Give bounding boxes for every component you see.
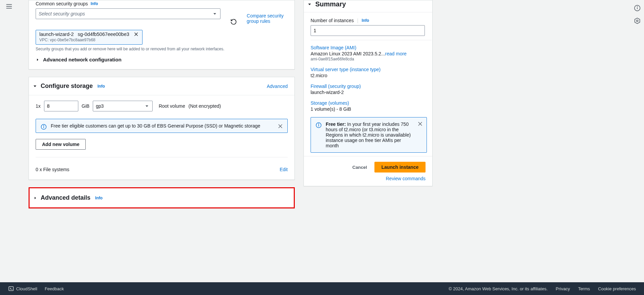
advanced-network-label: Advanced network configuration [43, 57, 121, 62]
encryption-label: (Not encrypted) [189, 103, 221, 109]
summary-scroll-area[interactable]: Number of instances | Info Software Imag… [304, 12, 432, 156]
copyright-text: © 2024, Amazon Web Services, Inc. or its… [449, 286, 548, 291]
advanced-details-info-link[interactable]: Info [95, 196, 103, 200]
file-systems-edit-link[interactable]: Edit [280, 167, 288, 172]
volume-count: 1x [36, 103, 41, 109]
file-systems-label: 0 x File systems [36, 167, 69, 172]
summary-heading-toggle[interactable]: Summary [307, 0, 426, 8]
caret-down-icon [307, 2, 312, 7]
storage-info-link[interactable]: Info [97, 84, 105, 89]
sg-helper-text: Security groups that you add or remove h… [36, 47, 288, 51]
svg-marker-8 [213, 13, 216, 15]
sg-chip-name: launch-wizard-2 [39, 32, 74, 37]
security-group-chip: launch-wizard-2 sg-0d4fb5067eee00be3 VPC… [36, 30, 143, 45]
ami-value: Amazon Linux 2023 AMI 2023.5.2... [311, 51, 385, 56]
terms-link[interactable]: Terms [578, 286, 590, 291]
svg-point-23 [318, 124, 319, 124]
footer-bar: CloudShell Feedback © 2024, Amazon Web S… [0, 282, 644, 295]
remove-sg-icon[interactable] [133, 32, 139, 37]
svg-marker-13 [146, 105, 148, 107]
firewall-link[interactable]: Firewall (security group) [311, 84, 432, 89]
cloudshell-link[interactable]: CloudShell [16, 286, 37, 291]
refresh-button[interactable] [229, 16, 239, 27]
ami-id: ami-0ae8f15ae66fe8cda [311, 57, 432, 61]
sg-chip-vpc: VPC: vpc-0be5e7bc8aae97b68 [39, 38, 139, 42]
summary-free-tier-info: Free tier: In your first year includes 7… [311, 117, 427, 153]
review-commands-link[interactable]: Review commands [311, 176, 426, 181]
storage-heading-toggle[interactable]: Configure storage [33, 83, 93, 90]
instance-type-value: t2.micro [311, 73, 432, 78]
launch-instance-button[interactable]: Launch instance [374, 162, 426, 173]
storage-value: 1 volume(s) - 8 GiB [311, 106, 432, 112]
feedback-link[interactable]: Feedback [45, 286, 64, 291]
svg-marker-20 [308, 3, 311, 5]
storage-free-tier-info: Free tier eligible customers can get up … [36, 119, 288, 133]
close-info-icon[interactable] [277, 123, 283, 129]
menu-toggle-icon[interactable] [5, 3, 13, 10]
svg-marker-11 [37, 58, 38, 61]
firewall-value: launch-wizard-2 [311, 90, 432, 95]
svg-point-16 [43, 126, 44, 126]
storage-link[interactable]: Storage (volumes) [311, 100, 432, 106]
advanced-network-toggle[interactable]: Advanced network configuration [36, 51, 288, 63]
summary-panel: Summary Number of instances | Info Softw… [304, 0, 433, 186]
svg-marker-12 [34, 85, 36, 87]
cookie-prefs-link[interactable]: Cookie preferences [598, 286, 636, 291]
common-sg-label: Common security groups [36, 1, 88, 6]
storage-advanced-link[interactable]: Advanced [267, 84, 288, 89]
cancel-button[interactable]: Cancel [352, 165, 367, 170]
add-volume-button[interactable]: Add new volume [36, 139, 86, 150]
volume-type-value: gp3 [96, 103, 104, 109]
common-sg-info-link[interactable]: Info [91, 1, 98, 6]
privacy-link[interactable]: Privacy [556, 286, 570, 291]
caret-down-icon [33, 84, 37, 89]
security-groups-select[interactable]: Select security groups [36, 8, 220, 19]
caret-right-icon [36, 58, 40, 62]
info-icon [316, 122, 322, 128]
volume-type-select[interactable]: gp3 [93, 101, 153, 111]
instance-type-link[interactable]: Virtual server type (instance type) [311, 67, 432, 72]
info-icon [41, 124, 47, 130]
compare-sg-link[interactable]: Compare security group rules [247, 13, 288, 24]
caret-right-icon [33, 196, 37, 200]
advanced-details-toggle[interactable]: Advanced details [33, 194, 90, 201]
storage-panel: Configure storage Info Advanced 1x GiB [29, 77, 295, 180]
free-tier-label: Free tier: [326, 121, 346, 127]
sg-chip-id: sg-0d4fb5067eee00be3 [78, 32, 129, 37]
num-instances-info-link[interactable]: Info [362, 18, 369, 23]
caret-down-icon [144, 103, 150, 109]
close-info-icon[interactable] [417, 121, 423, 127]
cloudshell-icon[interactable] [8, 286, 14, 292]
volume-unit: GiB [82, 103, 89, 109]
advanced-details-heading: Advanced details [41, 194, 90, 201]
storage-free-tier-text: Free tier eligible customers can get up … [51, 123, 260, 129]
svg-marker-19 [35, 197, 36, 199]
num-instances-input[interactable] [311, 25, 425, 36]
caret-down-icon [212, 11, 217, 16]
storage-heading: Configure storage [41, 83, 93, 90]
security-groups-placeholder: Select security groups [39, 11, 85, 16]
network-panel: Common security groups Info Select secur… [29, 0, 295, 69]
ami-read-more-link[interactable]: read more [385, 51, 407, 56]
volume-size-input[interactable] [44, 101, 78, 111]
advanced-details-panel: Advanced details Info [29, 187, 295, 208]
root-volume-label: Root volume [159, 103, 185, 109]
num-instances-label: Number of instances [311, 18, 354, 23]
ami-link[interactable]: Software Image (AMI) [311, 45, 432, 50]
summary-heading: Summary [315, 0, 346, 8]
